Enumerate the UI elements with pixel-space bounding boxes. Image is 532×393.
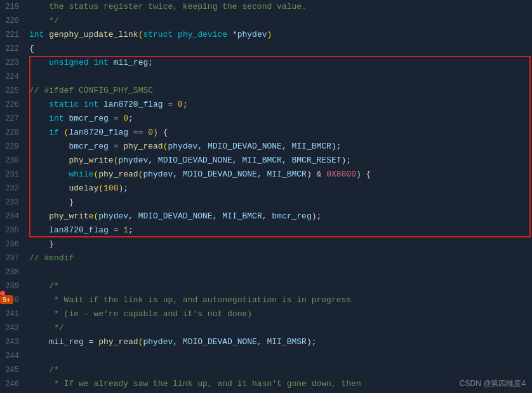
- token: lan8720_flag: [103, 100, 168, 109]
- token: lan8720_flag: [29, 225, 114, 235]
- line-content: * Wait if the link is up, and autonegoti…: [27, 293, 532, 307]
- token: *phydev: [232, 30, 267, 39]
- line-number: 246: [0, 377, 27, 391]
- token: int: [29, 30, 49, 39]
- line-content: // #ifdef CONFIG_PHY_SMSC: [27, 84, 532, 98]
- line-number: 238: [0, 265, 27, 279]
- token: );: [118, 183, 128, 193]
- line-number: 237: [0, 251, 27, 265]
- token: ) {: [153, 128, 168, 137]
- token: while: [29, 170, 93, 179]
- code-line: 225// #ifdef CONFIG_PHY_SMSC: [0, 84, 532, 98]
- code-line: 223 unsigned int mii_reg;: [0, 56, 532, 70]
- code-line: 222{: [0, 42, 532, 56]
- code-line: 246 * If we already saw the link up, and…: [0, 377, 532, 391]
- line-content: * If we already saw the link up, and it …: [27, 377, 532, 391]
- token: 100: [103, 183, 118, 193]
- token: int: [84, 100, 103, 109]
- code-line: 235 lan8720_flag = 1;: [0, 223, 532, 237]
- line-content: int genphy_update_link(struct phy_device…: [27, 28, 532, 42]
- token: }: [29, 239, 54, 249]
- line-content: int bmcr_reg = 0;: [27, 112, 532, 126]
- token: the status register twice, keeping the s…: [49, 2, 307, 11]
- line-number: 243: [0, 335, 27, 349]
- token: mii_reg: [114, 58, 149, 67]
- line-content: }: [27, 196, 532, 210]
- token: phy_read: [123, 142, 163, 151]
- line-content: // #endif: [27, 251, 532, 265]
- token: int: [29, 114, 69, 123]
- line-content: phy_write(phydev, MDIO_DEVAD_NONE, MII_B…: [27, 210, 532, 223]
- code-line: 237// #endif: [0, 251, 532, 265]
- token: static: [29, 100, 84, 109]
- token: 0: [148, 128, 153, 137]
- line-number: 220: [0, 14, 27, 28]
- token: phydev, MDIO_DEVAD_NONE, MII_BMSR: [143, 337, 306, 347]
- token: * (ie - we're capable and it's not done): [29, 309, 252, 319]
- line-content: /*: [27, 279, 532, 293]
- code-line: 224: [0, 70, 532, 84]
- token: (: [98, 183, 103, 193]
- line-content: lan8720_flag = 1;: [27, 223, 532, 237]
- token: phydev, MDIO_DEVAD_NONE, MII_BMCR, BMCR_…: [118, 156, 341, 165]
- line-number: 233: [0, 196, 27, 210]
- token: * If we already saw the link up, and it …: [29, 379, 361, 389]
- line-content: }: [27, 237, 532, 251]
- line-number: 245: [0, 363, 27, 377]
- watermark: CSDN @第四维度4: [460, 378, 526, 389]
- line-number: 234: [0, 210, 27, 223]
- token: phy_read: [98, 170, 138, 179]
- line-content: phy_write(phydev, MDIO_DEVAD_NONE, MII_B…: [27, 154, 532, 168]
- line-content: */: [27, 14, 532, 28]
- token: );: [307, 337, 317, 347]
- line-number: 231: [0, 168, 27, 182]
- code-line: 231 while(phy_read(phydev, MDIO_DEVAD_NO…: [0, 168, 532, 182]
- code-line: 230 phy_write(phydev, MDIO_DEVAD_NONE, M…: [0, 154, 532, 168]
- line-content: */: [27, 321, 532, 335]
- lines-container: 219 the status register twice, keeping t…: [0, 0, 532, 393]
- token: 0: [123, 114, 128, 123]
- token: struct: [143, 30, 178, 39]
- token: {: [29, 44, 34, 53]
- code-line: 239 /*: [0, 279, 532, 293]
- code-line: 220 */: [0, 14, 532, 28]
- token: ) &: [307, 170, 326, 179]
- code-line: 233 }: [0, 196, 532, 210]
- line-content: while(phy_read(phydev, MDIO_DEVAD_NONE, …: [27, 168, 532, 182]
- token: ;: [128, 114, 133, 123]
- token: unsigned: [29, 58, 93, 67]
- token: ): [267, 30, 272, 39]
- token: 0: [178, 100, 183, 109]
- token: ==: [128, 128, 148, 137]
- token: =: [114, 142, 124, 151]
- token: // #ifdef CONFIG_PHY_SMSC: [29, 86, 153, 95]
- code-container: 219 the status register twice, keeping t…: [0, 0, 532, 393]
- line-number: 228: [0, 126, 27, 140]
- token: =: [114, 114, 124, 123]
- token: ) {: [356, 170, 371, 179]
- token: =: [114, 225, 124, 235]
- code-line: 236 }: [0, 237, 532, 251]
- token: udelay: [29, 183, 98, 193]
- token: phydev, MDIO_DEVAD_NONE, MII_BMCR: [168, 142, 331, 151]
- token: /*: [29, 281, 59, 291]
- notification-badge: 9+: [0, 295, 13, 304]
- token: lan8720_flag: [69, 128, 128, 137]
- line-number: 230: [0, 154, 27, 168]
- token: phy_read: [98, 337, 138, 347]
- token: if: [29, 128, 64, 137]
- token: 0X8000: [326, 170, 356, 179]
- line-content: the status register twice, keeping the s…: [27, 0, 532, 14]
- token: =: [168, 100, 178, 109]
- token: 1: [123, 225, 128, 235]
- line-number: 232: [0, 182, 27, 196]
- line-content: * (ie - we're capable and it's not done): [27, 307, 532, 321]
- token: phy_device: [178, 30, 232, 39]
- token: ;: [183, 100, 188, 109]
- token: ;: [148, 58, 153, 67]
- token: bmcr_reg: [69, 114, 113, 123]
- line-number: 219: [0, 0, 27, 14]
- line-number: 227: [0, 112, 27, 126]
- token: genphy_update_link: [49, 30, 138, 39]
- line-content: udelay(100);: [27, 182, 532, 196]
